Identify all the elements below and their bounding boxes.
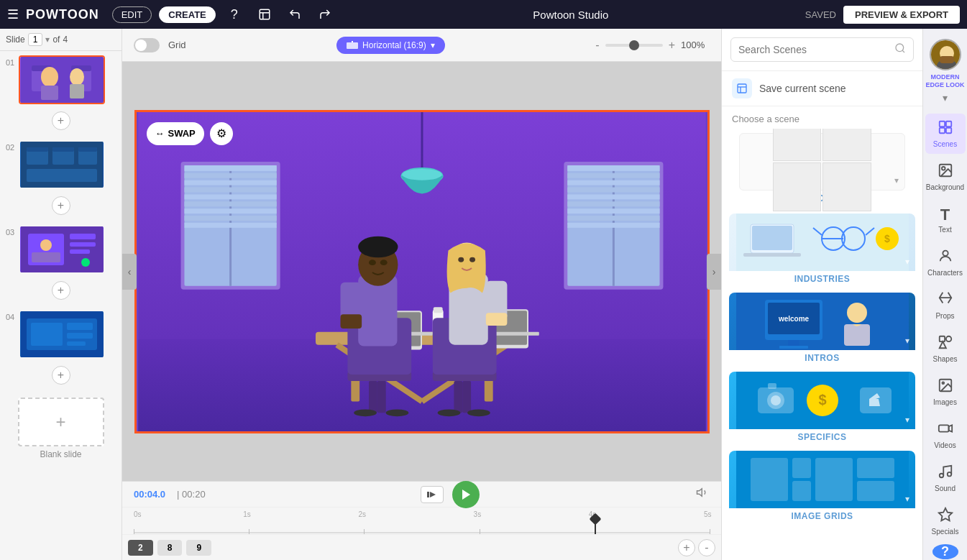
create-button[interactable]: CREATE — [159, 6, 215, 23]
undo-button[interactable] — [283, 3, 306, 26]
timeline-track[interactable]: 0s 1s 2s 3s 4s 5s — [122, 508, 721, 534]
collapse-right-button[interactable]: › — [707, 254, 721, 290]
my-scenes-cell-3 — [773, 162, 822, 211]
scene-category-industries[interactable]: $ ▾ INDUSTRIES — [729, 214, 915, 287]
slide-item-3[interactable]: 03 — [0, 221, 122, 278]
my-scenes-placeholder[interactable]: ▾ — [739, 133, 905, 191]
layer-button-1[interactable]: 2 — [128, 540, 153, 556]
svg-rect-11 — [70, 84, 84, 98]
image-grids-thumb[interactable]: ▾ — [729, 451, 915, 508]
svg-point-91 — [437, 409, 460, 416]
choose-scene-label: Choose a scene — [722, 106, 922, 129]
svg-rect-163 — [939, 128, 944, 133]
step-frame-button[interactable] — [421, 486, 444, 503]
sidebar-item-characters[interactable]: Characters — [925, 242, 966, 283]
save-scene-row[interactable]: Save current scene — [722, 71, 922, 106]
sidebar-item-sound[interactable]: Sound — [925, 458, 966, 498]
swap-button[interactable]: ↔ SWAP — [147, 122, 204, 145]
add-after-slide-4[interactable]: + — [52, 366, 70, 385]
notes-button[interactable] — [253, 3, 276, 26]
redo-button[interactable] — [313, 3, 336, 26]
help-button[interactable]: ? — [223, 3, 246, 26]
sidebar-item-scenes[interactable]: Scenes — [925, 114, 966, 154]
slide-thumb-3[interactable] — [19, 225, 105, 274]
saved-status: SAVED — [805, 9, 836, 20]
scenes-categories[interactable]: ▾ MY SCENES — [722, 129, 922, 560]
zoom-plus[interactable]: + — [669, 39, 675, 52]
sidebar-item-props[interactable]: Props — [925, 285, 966, 326]
slide-item-4[interactable]: 04 — [0, 306, 122, 363]
intros-thumb[interactable]: welcome ▾ — [729, 293, 915, 350]
zoom-slider[interactable] — [605, 44, 663, 47]
scene-category-specifics[interactable]: $ ▾ SPECIFICS — [729, 372, 915, 445]
sidebar-item-images[interactable]: Images — [925, 372, 966, 412]
svg-rect-114 — [427, 492, 429, 497]
slide-add-row-3[interactable]: + — [0, 278, 122, 306]
sidebar-item-videos[interactable]: Videos — [925, 415, 966, 455]
gear-button[interactable]: ⚙ — [210, 122, 233, 145]
preview-export-button[interactable]: PREVIEW & EXPORT — [843, 6, 960, 24]
add-after-slide-1[interactable]: + — [52, 111, 70, 130]
slide-item-2[interactable]: 02 — [0, 136, 122, 193]
zoom-minus[interactable]: - — [595, 39, 599, 52]
canvas-wrapper: ‹ ↔ SWAP ⚙ — [122, 62, 721, 481]
svg-rect-14 — [27, 147, 48, 152]
industries-label: INDUSTRIES — [729, 271, 915, 287]
collapse-left-button[interactable]: ‹ — [122, 254, 137, 290]
sidebar-item-text[interactable]: T Text — [925, 200, 966, 239]
scene-category-image-grids[interactable]: ▾ IMAGE GRIDS — [729, 451, 915, 524]
grid-toggle[interactable] — [134, 38, 160, 52]
timeline-bottom: 2 8 9 + - — [122, 534, 721, 560]
sidebar-item-specials[interactable]: Specials — [925, 501, 966, 541]
svg-rect-33 — [67, 341, 86, 346]
sidebar-item-shapes[interactable]: Shapes — [925, 329, 966, 369]
help-button[interactable]: ? — [932, 544, 958, 559]
slide-add-row-2[interactable]: + — [0, 193, 122, 221]
slide-item-1[interactable]: 01 — [0, 51, 122, 109]
add-after-slide-3[interactable]: + — [52, 281, 70, 300]
timeline-controls — [217, 481, 684, 508]
svg-rect-120 — [738, 84, 746, 93]
slide-thumb-1[interactable] — [19, 55, 105, 104]
industries-thumb[interactable]: $ ▾ — [729, 214, 915, 271]
svg-rect-32 — [67, 333, 93, 339]
shapes-icon — [938, 334, 953, 354]
volume-button[interactable] — [695, 486, 710, 502]
orientation-button[interactable]: Horizontal (16:9) ▾ — [336, 37, 445, 54]
play-button[interactable] — [452, 481, 480, 508]
blank-slide-box[interactable]: + — [18, 398, 104, 446]
sidebar-item-background[interactable]: Background — [925, 157, 966, 197]
scenes-search-input[interactable] — [738, 44, 889, 55]
scenes-search — [722, 29, 922, 71]
svg-rect-156 — [857, 481, 894, 501]
edit-button[interactable]: EDIT — [112, 6, 152, 23]
playhead[interactable] — [595, 520, 596, 534]
slide-thumb-4[interactable] — [19, 310, 105, 359]
layer-button-2[interactable]: 8 — [157, 540, 183, 556]
slide-thumb-2[interactable] — [19, 140, 105, 189]
timeline-zoom-out-button[interactable]: - — [698, 539, 715, 556]
slide-add-row-1[interactable]: + — [0, 109, 122, 136]
profile-arrow[interactable]: ▾ — [943, 92, 948, 104]
scenes-search-box[interactable] — [730, 37, 914, 62]
timeline-zoom-in-button[interactable]: + — [678, 539, 695, 556]
svg-rect-9 — [41, 86, 58, 100]
characters-icon — [938, 248, 953, 267]
specifics-thumb[interactable]: $ ▾ — [729, 372, 915, 429]
specifics-label: SPECIFICS — [729, 429, 915, 445]
svg-point-27 — [81, 258, 90, 267]
logo: POWTOON — [26, 7, 99, 22]
slide-nav-arrow[interactable]: ▾ — [45, 35, 50, 45]
menu-icon[interactable]: ☰ — [7, 6, 19, 22]
zoom-slider-thumb[interactable] — [629, 40, 639, 50]
blank-slide[interactable]: + Blank slide — [0, 390, 122, 467]
svg-rect-155 — [857, 458, 894, 478]
scene-category-intros[interactable]: welcome ▾ INTROS — [729, 293, 915, 366]
add-after-slide-2[interactable]: + — [52, 196, 70, 215]
videos-label: Videos — [934, 441, 955, 449]
industries-arrow: ▾ — [905, 257, 909, 267]
svg-rect-63 — [567, 201, 659, 206]
layer-button-3[interactable]: 9 — [186, 540, 211, 556]
svg-point-92 — [467, 409, 490, 416]
slide-add-row-4[interactable]: + — [0, 363, 122, 390]
